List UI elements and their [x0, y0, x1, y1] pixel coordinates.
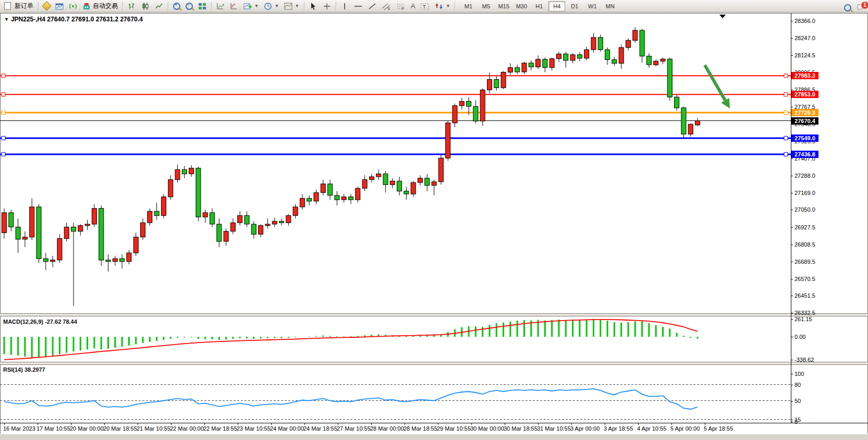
vertical-line-button[interactable] [338, 1, 351, 11]
arrows-button[interactable]: ▼ [432, 1, 453, 11]
timeframe-button-mn[interactable]: MN [602, 1, 618, 11]
main-chart[interactable] [0, 13, 791, 313]
line-handle[interactable] [2, 136, 5, 140]
horizontal-line-button[interactable] [351, 1, 365, 11]
fibonacci-icon: F [396, 2, 406, 10]
line-handle[interactable] [784, 111, 788, 115]
periods-button[interactable]: ▼ [261, 1, 282, 11]
zoom-in-button[interactable]: + [170, 1, 183, 11]
timeframe-button-m30[interactable]: M30 [513, 1, 530, 11]
auto-trading-button[interactable]: 自动交易 [80, 1, 120, 11]
price-tick-label: 27767.5 [794, 104, 815, 110]
horizontal-line-icon [353, 2, 363, 10]
timeframe-button-m5[interactable]: M5 [478, 1, 494, 11]
candle [661, 59, 665, 61]
candle [286, 215, 291, 223]
text-icon: A [411, 2, 415, 10]
tile-windows-icon [198, 2, 206, 10]
line-handle[interactable] [784, 93, 788, 96]
panel-splitter[interactable] [0, 313, 868, 316]
candle [300, 198, 304, 207]
rsi-panel[interactable] [0, 365, 791, 423]
arrange-charts-button[interactable] [214, 1, 227, 11]
time-tick-label: 16 Mar 2023 [3, 425, 35, 432]
candle [577, 55, 582, 58]
rsi-scale-label: 100 [794, 371, 804, 377]
time-tick-label: 3 Apr 00:00 [570, 425, 600, 432]
signals-button[interactable] [66, 1, 80, 11]
rsi-scale-label: 80 [794, 382, 801, 388]
new-order-button[interactable]: 新订单 [2, 1, 36, 11]
candle [418, 178, 423, 182]
line-handle[interactable] [2, 152, 5, 156]
candle [64, 227, 69, 239]
search-icon[interactable] [844, 4, 851, 11]
candle [113, 259, 117, 262]
notifications-icon[interactable]: 1 [857, 3, 865, 11]
text-button[interactable]: A [408, 1, 418, 11]
metaeditor-icon [42, 1, 51, 10]
timeframe-button-m15[interactable]: M15 [495, 1, 512, 11]
timeframe-button-w1[interactable]: W1 [584, 1, 601, 11]
time-tick-label: 20 Mar 18:55 [103, 425, 137, 432]
timeframe-button-h4[interactable]: H4 [548, 1, 565, 11]
candle [564, 54, 568, 60]
symbol-dropdown-icon[interactable]: ▼ [4, 17, 9, 22]
trendline-button[interactable] [365, 1, 379, 11]
time-tick-label: 5 Apr 18:55 [704, 425, 733, 432]
line-handle[interactable] [784, 136, 788, 140]
symbol-ohlc-text: JPN225-,H4 27640.7 27691.0 27631.2 27670… [11, 16, 143, 23]
candle [328, 184, 333, 195]
candle [16, 227, 20, 239]
chart-shift-icon[interactable] [719, 15, 726, 18]
line-handle[interactable] [2, 111, 5, 115]
separator [304, 2, 304, 10]
step-chart-icon [230, 2, 238, 10]
text-label-button[interactable]: T [418, 1, 432, 11]
timeframe-button-d1[interactable]: D1 [566, 1, 583, 11]
step-chart-button[interactable] [227, 1, 241, 11]
candle [272, 221, 277, 224]
rsi-label: RSI(14) 38.2977 [3, 366, 45, 373]
candle [189, 168, 194, 174]
channel-button[interactable]: E [379, 1, 394, 11]
time-tick-label: 28 Mar 18:55 [404, 425, 437, 432]
line-handle[interactable] [784, 152, 788, 156]
fibonacci-button[interactable]: F [394, 1, 408, 11]
price-tick-label: 27886.5 [794, 87, 815, 93]
timeframe-button-m1[interactable]: M1 [460, 1, 476, 11]
time-tick-label: 23 Mar 10:55 [237, 425, 271, 432]
price-tick-label: 27288.0 [794, 173, 815, 179]
candle [425, 178, 430, 186]
line-handle[interactable] [784, 74, 788, 78]
candle-chart-button[interactable] [139, 1, 152, 11]
timeframe-button-h1[interactable]: H1 [531, 1, 547, 11]
zoom-out-button[interactable]: − [183, 1, 195, 11]
candle [168, 180, 173, 197]
tile-windows-button[interactable] [195, 1, 209, 11]
templates-button[interactable]: ▼ [282, 1, 302, 11]
candle [536, 59, 541, 67]
cursor-button[interactable] [307, 1, 320, 11]
bar-chart-button[interactable] [125, 1, 139, 11]
macd-panel[interactable] [0, 317, 791, 362]
time-tick-label: 20 Mar 00:00 [70, 425, 104, 432]
arrows-icon [435, 2, 443, 10]
auto-trading-icon [82, 2, 91, 10]
indicators-button[interactable]: ▼ [241, 1, 261, 11]
line-handle[interactable] [2, 74, 5, 78]
bottom-strip [0, 434, 868, 440]
candle [376, 174, 381, 177]
line-handle[interactable] [2, 93, 5, 96]
time-tick-label: 31 Mar 10:55 [537, 425, 571, 432]
market-button[interactable] [53, 1, 66, 11]
metaeditor-button[interactable] [41, 1, 53, 11]
candle [148, 211, 152, 223]
price-tick-label: 28124.5 [794, 52, 815, 58]
candle [127, 253, 131, 262]
crosshair-button[interactable] [320, 1, 334, 11]
time-tick-label: 30 Mar 18:55 [504, 425, 537, 432]
annotation-arrow-shaft[interactable] [705, 65, 725, 100]
candle [508, 68, 512, 72]
line-chart-button[interactable] [152, 1, 166, 11]
